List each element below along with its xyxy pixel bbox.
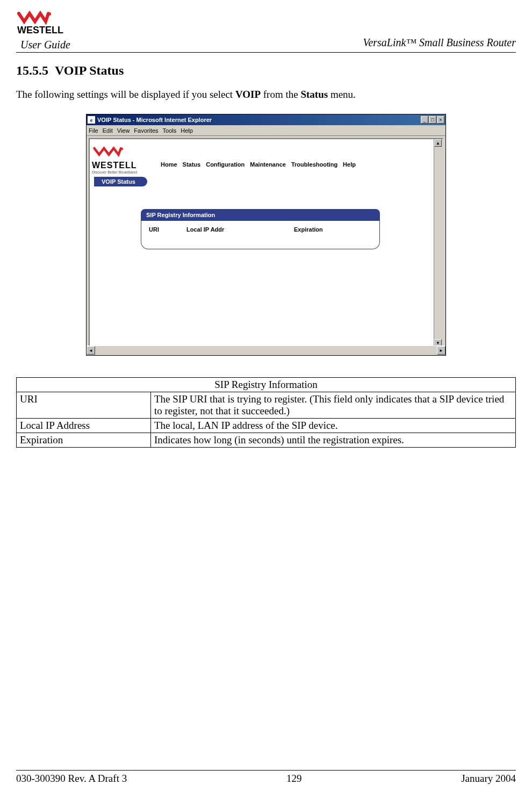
nav-menu: Home Status Configuration Maintenance Tr… <box>161 161 356 168</box>
app-header: WESTELL Discover Better Broadband Home S… <box>90 139 442 176</box>
user-guide-label: User Guide <box>20 39 70 51</box>
scroll-up-button[interactable]: ▲ <box>434 139 442 147</box>
menu-file[interactable]: File <box>89 127 98 134</box>
sip-registry-panel: SIP Registry Information URI Local IP Ad… <box>141 209 380 249</box>
vertical-scrollbar[interactable]: ▲ ▼ <box>434 139 442 347</box>
nav-status[interactable]: Status <box>183 161 201 168</box>
page-footer: 030-300390 Rev. A Draft 3 129 January 20… <box>16 770 516 785</box>
app-tagline: Discover Better Broadband <box>92 170 151 174</box>
westell-swoosh-icon <box>92 146 140 161</box>
menu-edit[interactable]: Edit <box>103 127 113 134</box>
footer-page-number: 129 <box>286 773 302 785</box>
table-header-row: SIP Registry Information <box>17 378 516 392</box>
sip-col-expiration: Expiration <box>294 226 372 233</box>
table-row: Expiration Indicates how long (in second… <box>17 433 516 448</box>
page-header: WESTELL User Guide VersaLink™ Small Busi… <box>16 11 516 53</box>
menu-tools[interactable]: Tools <box>163 127 177 134</box>
table-label-expiration: Expiration <box>17 433 151 448</box>
product-name: VersaLink™ Small Business Router <box>363 37 516 49</box>
nav-troubleshooting[interactable]: Troubleshooting <box>291 161 337 168</box>
table-label-uri: URI <box>17 392 151 419</box>
ie-statusbar: ◄ ► <box>87 346 445 355</box>
sip-info-table: SIP Registry Information URI The SIP URI… <box>16 377 516 448</box>
menu-help[interactable]: Help <box>181 127 193 134</box>
svg-text:WESTELL: WESTELL <box>17 25 63 35</box>
ie-title-left: e VOIP Status - Microsoft Internet Explo… <box>88 116 212 124</box>
nav-configuration[interactable]: Configuration <box>206 161 245 168</box>
logo-area: WESTELL User Guide <box>16 11 70 51</box>
menu-favorites[interactable]: Favorites <box>134 127 158 134</box>
westell-logo-small: WESTELL Discover Better Broadband <box>92 143 151 176</box>
scroll-left-button[interactable]: ◄ <box>87 346 95 355</box>
footer-date: January 2004 <box>461 773 516 785</box>
sip-col-local-ip: Local IP Addr <box>186 226 278 233</box>
nav-maintenance[interactable]: Maintenance <box>250 161 286 168</box>
table-desc-uri: The SIP URI that is trying to register. … <box>151 392 516 419</box>
nav-help[interactable]: Help <box>343 161 356 168</box>
ie-titlebar: e VOIP Status - Microsoft Internet Explo… <box>87 114 445 125</box>
ie-page-icon: e <box>88 116 95 124</box>
app-logo-text: WESTELL <box>92 161 151 170</box>
footer-revision: 030-300390 Rev. A Draft 3 <box>16 773 127 785</box>
table-row: Local IP Address The local, LAN IP addre… <box>17 419 516 433</box>
section-number: 15.5.5 <box>16 63 48 77</box>
svg-point-0 <box>48 12 51 16</box>
browser-screenshot: e VOIP Status - Microsoft Internet Explo… <box>86 114 446 356</box>
tab-voip-status[interactable]: VOIP Status <box>94 177 147 186</box>
ie-menubar: File Edit View Favorites Tools Help <box>87 125 445 136</box>
nav-home[interactable]: Home <box>161 161 177 168</box>
menu-view[interactable]: View <box>117 127 130 134</box>
table-desc-local-ip: The local, LAN IP address of the SIP dev… <box>151 419 516 433</box>
ie-window-title: VOIP Status - Microsoft Internet Explore… <box>97 117 212 123</box>
table-desc-expiration: Indicates how long (in seconds) until th… <box>151 433 516 448</box>
minimize-button[interactable]: _ <box>421 116 428 124</box>
westell-logo-icon: WESTELL <box>16 11 70 38</box>
table-label-local-ip: Local IP Address <box>17 419 151 433</box>
scroll-right-button[interactable]: ► <box>437 346 445 355</box>
section-title: VOIP Status <box>55 63 124 77</box>
sip-panel-header: SIP Registry Information <box>141 209 380 221</box>
table-header: SIP Registry Information <box>17 378 516 392</box>
table-row: URI The SIP URI that is trying to regist… <box>17 392 516 419</box>
browser-content: WESTELL Discover Better Broadband Home S… <box>89 138 443 348</box>
screenshot-wrap: e VOIP Status - Microsoft Internet Explo… <box>16 114 516 356</box>
svg-point-2 <box>121 147 124 150</box>
section-heading: 15.5.5VOIP Status <box>16 63 516 78</box>
window-controls: _ □ × <box>421 116 444 124</box>
maximize-button[interactable]: □ <box>429 116 436 124</box>
close-button[interactable]: × <box>437 116 444 124</box>
sip-col-uri: URI <box>149 226 170 233</box>
sip-panel-body: URI Local IP Addr Expiration <box>141 221 380 249</box>
intro-text: The following settings will be displayed… <box>16 89 516 100</box>
